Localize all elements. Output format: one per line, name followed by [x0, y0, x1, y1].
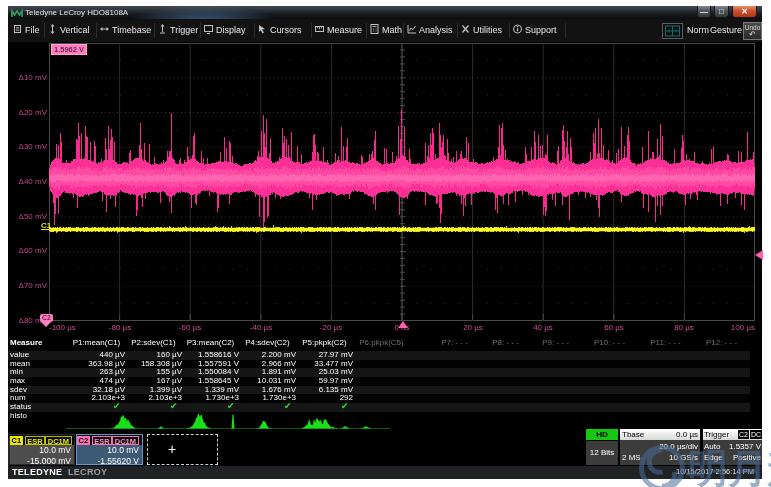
svg-text:明月辉: 明月辉 — [688, 446, 771, 487]
